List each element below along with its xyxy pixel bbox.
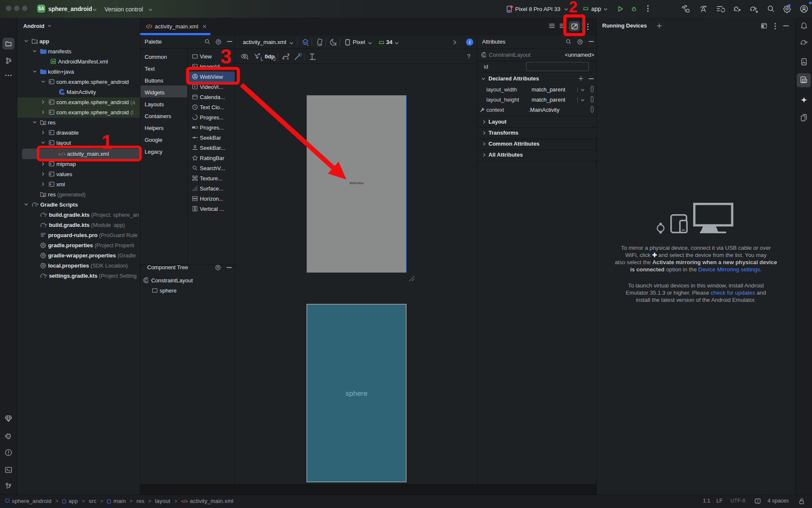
svg-text:M: M xyxy=(52,60,55,64)
